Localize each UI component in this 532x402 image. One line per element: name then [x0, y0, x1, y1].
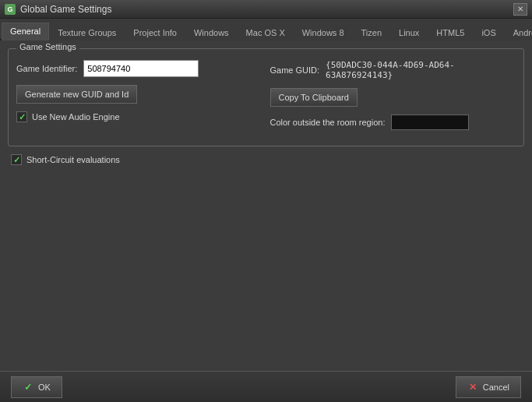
identifier-row: Game Identifier: — [16, 60, 262, 77]
copy-row: Copy To Clipboard — [270, 88, 516, 107]
window-title: Global Game Settings — [20, 4, 111, 15]
tab-windows[interactable]: Windows — [185, 24, 238, 41]
ok-label: OK — [38, 383, 51, 392]
audio-checkbox-row: Use New Audio Engine — [16, 111, 262, 122]
color-label: Color outside the room region: — [270, 118, 386, 127]
cancel-icon: ✕ — [467, 382, 478, 393]
guid-row: Game GUID: {50DADC30-044A-4D69-AD64-63A8… — [270, 60, 516, 80]
tab-android[interactable]: Android — [505, 24, 532, 41]
identifier-input[interactable] — [83, 60, 199, 77]
generate-row: Generate new GUID and Id — [16, 85, 262, 104]
cancel-button[interactable]: ✕ Cancel — [456, 376, 521, 398]
settings-col-left: Game Identifier: Generate new GUID and I… — [16, 60, 262, 138]
guid-label: Game GUID: — [270, 65, 320, 75]
tab-html5[interactable]: HTML5 — [428, 24, 473, 41]
tab-texture-groups[interactable]: Texture Groups — [49, 24, 125, 41]
ok-button[interactable]: ✓ OK — [11, 376, 62, 398]
tab-bar: General Texture Groups Project Info Wind… — [0, 19, 532, 41]
tab-linux[interactable]: Linux — [390, 24, 428, 41]
tab-mac-os-x[interactable]: Mac OS X — [238, 24, 294, 41]
generate-guid-button[interactable]: Generate new GUID and Id — [16, 85, 137, 104]
tab-ios[interactable]: iOS — [473, 24, 504, 41]
audio-checkbox-label: Use New Audio Engine — [32, 112, 120, 122]
tab-tizen[interactable]: Tizen — [353, 24, 391, 41]
tab-windows-8[interactable]: Windows 8 — [294, 24, 353, 41]
tab-project-info[interactable]: Project Info — [125, 24, 185, 41]
short-circuit-checkbox[interactable] — [11, 154, 22, 165]
cancel-label: Cancel — [483, 383, 509, 392]
guid-value: {50DADC30-044A-4D69-AD64-63A876924143} — [326, 60, 516, 80]
color-swatch[interactable] — [391, 115, 469, 130]
close-button[interactable]: ✕ — [513, 3, 527, 16]
short-circuit-label: Short-Circuit evaluations — [26, 155, 120, 164]
color-row: Color outside the room region: — [270, 115, 516, 130]
main-content: Game Settings Game Identifier: Generate … — [0, 41, 532, 363]
ok-icon: ✓ — [23, 382, 33, 393]
tab-general[interactable]: General — [2, 23, 49, 41]
title-bar-left: G Global Game Settings — [5, 4, 111, 15]
identifier-label: Game Identifier: — [16, 64, 77, 73]
game-settings-group: Game Settings Game Identifier: Generate … — [8, 48, 524, 146]
audio-checkbox[interactable] — [16, 111, 27, 122]
title-bar: G Global Game Settings ✕ — [0, 0, 532, 19]
short-circuit-row: Short-Circuit evaluations — [11, 154, 524, 165]
app-icon: G — [5, 4, 16, 15]
settings-two-col: Game Identifier: Generate new GUID and I… — [16, 60, 516, 138]
group-label: Game Settings — [16, 42, 79, 51]
bottom-bar: ✓ OK ✕ Cancel — [0, 371, 532, 402]
copy-clipboard-button[interactable]: Copy To Clipboard — [270, 88, 358, 107]
settings-col-right: Game GUID: {50DADC30-044A-4D69-AD64-63A8… — [270, 60, 516, 138]
